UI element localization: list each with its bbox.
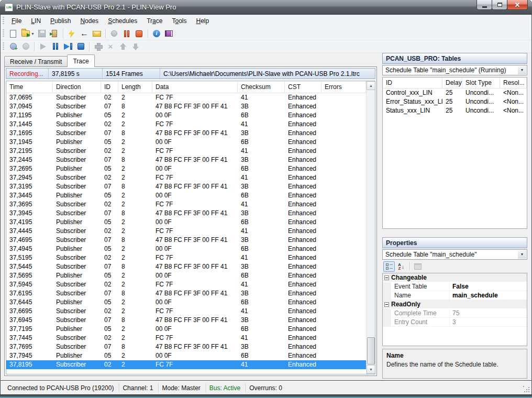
trace-row[interactable]: 37,8195Subscriber022FC 7F41Enhanced <box>6 360 366 369</box>
edit-schedule-button[interactable] <box>19 41 32 52</box>
trace-row[interactable]: 37,3445Publisher05200 0F6BEnhanced <box>6 191 366 200</box>
trace-row[interactable]: 37,7195Publisher05200 0F6BEnhanced <box>6 325 366 334</box>
trace-row[interactable]: 37,5945Subscriber022FC 7F41Enhanced <box>6 280 366 289</box>
schedule-row[interactable]: Control_xxx_LIN25Uncondi...<Non... <box>383 89 527 97</box>
stop-trace-button[interactable] <box>133 28 146 39</box>
trace-row[interactable]: 37,2195Subscriber022FC 7F41Enhanced <box>6 147 366 156</box>
minimize-button[interactable] <box>476 0 492 10</box>
collapse-icon[interactable] <box>384 275 389 280</box>
column-header-slot-type[interactable]: Slot Type <box>462 78 500 88</box>
trace-row[interactable]: 37,3195Subscriber07847 B8 FC FF 3F 00 FF… <box>6 182 366 191</box>
property-row[interactable]: Event TableFalse <box>383 282 527 291</box>
trace-row[interactable]: 37,6195Subscriber07847 B8 FC FF 3F 00 FF… <box>6 289 366 298</box>
collapse-icon[interactable] <box>384 302 389 307</box>
connect-button[interactable] <box>48 28 61 39</box>
schedule-row[interactable]: Status_xxx_LIN25Uncondi...<Non... <box>383 106 527 115</box>
menu-file[interactable]: File <box>7 16 26 26</box>
trace-row[interactable]: 37,5195Subscriber022FC 7F41Enhanced <box>6 253 366 262</box>
add-entry-button[interactable] <box>92 41 104 52</box>
record-button[interactable] <box>108 28 120 39</box>
trace-scrollbar[interactable]: ▲ ▼ <box>366 81 375 374</box>
menu-tools[interactable]: Tools <box>167 16 191 26</box>
column-header-time[interactable]: Time <box>6 81 53 93</box>
trace-row[interactable]: 37,0695Subscriber022FC 7F41Enhanced <box>6 93 366 102</box>
column-header-direction[interactable]: Direction <box>53 81 101 93</box>
alphabetical-sort-button[interactable]: AZ↓ <box>395 261 407 272</box>
chevron-down-icon[interactable]: ▼ <box>518 250 526 259</box>
title-bar[interactable]: LIN PLIN-Slave with PCAN-USB Pro 2.1 - P… <box>0 0 532 15</box>
open-project-button[interactable] <box>19 28 32 39</box>
trace-row[interactable]: 37,2695Publisher05200 0F6BEnhanced <box>6 164 366 173</box>
trace-row[interactable]: 37,5695Publisher05200 0F6BEnhanced <box>6 271 366 280</box>
new-file-button[interactable] <box>7 28 19 39</box>
step-schedule-button[interactable] <box>62 41 74 52</box>
trace-row[interactable]: 37,2945Subscriber022FC 7F41Enhanced <box>6 173 366 182</box>
menu-schedules[interactable]: Schedules <box>103 16 142 26</box>
schedule-table-dropdown[interactable]: Schedule Table "main_schedule" (Running)… <box>382 65 527 75</box>
tab-receive-transmit[interactable]: Receive / Transmit <box>4 56 68 67</box>
trace-row[interactable]: 37,1945Publisher05200 0F6BEnhanced <box>6 138 366 147</box>
trace-row[interactable]: 37,6445Publisher05200 0F6BEnhanced <box>6 298 366 307</box>
property-value[interactable]: main_schedule <box>450 291 527 300</box>
property-value[interactable]: False <box>450 282 527 291</box>
pause-schedule-button[interactable] <box>49 41 62 52</box>
schedule-row[interactable]: Error_Status_xxx_LIN25Uncondi...<Non... <box>383 97 527 106</box>
trace-row[interactable]: 37,1195Publisher05200 0F6BEnhanced <box>6 111 366 120</box>
column-header-checksum[interactable]: Checksum <box>238 81 285 93</box>
resize-grip[interactable] <box>523 386 530 393</box>
menubar-grip[interactable] <box>2 17 5 25</box>
property-row[interactable]: Complete Time75 <box>383 309 527 318</box>
property-category-readonly[interactable]: ReadOnly <box>383 300 527 309</box>
trace-row[interactable]: 37,5445Subscriber07847 B8 FC FF 3F 00 FF… <box>6 262 366 271</box>
reset-button[interactable]: ← <box>78 28 91 39</box>
property-row[interactable]: Namemain_schedule <box>383 291 527 300</box>
categorized-button[interactable] <box>383 261 395 272</box>
trace-row[interactable]: 37,7695Subscriber07847 B8 FC FF 3F 00 FF… <box>6 342 366 351</box>
chevron-down-icon[interactable]: ▼ <box>518 66 526 74</box>
trace-row[interactable]: 37,7445Subscriber022FC 7F41Enhanced <box>6 334 366 342</box>
property-category-changeable[interactable]: Changeable <box>383 273 527 282</box>
open-trace-button[interactable] <box>91 28 103 39</box>
trace-row[interactable]: 37,4945Publisher05200 0F6BEnhanced <box>6 245 366 253</box>
column-header-resolver[interactable]: Resol... <box>500 78 527 88</box>
trace-row[interactable]: 37,4195Publisher05200 0F6BEnhanced <box>6 218 366 227</box>
help-button[interactable] <box>163 28 175 39</box>
column-header-delay[interactable]: Delay <box>442 78 462 88</box>
info-button[interactable]: i <box>150 28 163 39</box>
menu-publish[interactable]: Publish <box>46 16 75 26</box>
trace-row[interactable]: 37,2445Subscriber07847 B8 FC FF 3F 00 FF… <box>6 156 366 164</box>
trace-row[interactable]: 37,0945Subscriber07847 B8 FC FF 3F 00 FF… <box>6 102 366 111</box>
trace-row[interactable]: 37,6945Subscriber07847 B8 FC FF 3F 00 FF… <box>6 316 366 325</box>
menu-nodes[interactable]: Nodes <box>75 16 103 26</box>
column-header-id[interactable]: ID <box>101 81 118 93</box>
toolbar1-grip[interactable] <box>2 29 5 38</box>
scrollbar-thumb[interactable] <box>367 337 375 364</box>
move-up-button[interactable] <box>117 41 129 52</box>
close-button[interactable]: ✕ <box>507 0 528 10</box>
maximize-button[interactable] <box>492 0 507 10</box>
delete-entry-button[interactable]: × <box>104 41 117 52</box>
trace-row[interactable]: 37,4695Subscriber07847 B8 FC FF 3F 00 FF… <box>6 236 366 245</box>
tab-trace[interactable]: Trace <box>67 54 94 67</box>
move-down-button[interactable] <box>129 41 142 52</box>
trace-row[interactable]: 37,6695Subscriber022FC 7F41Enhanced <box>6 307 366 316</box>
hardware-reset-button[interactable] <box>65 28 78 39</box>
menu-help[interactable]: Help <box>191 16 214 26</box>
trace-row[interactable]: 37,4445Subscriber022FC 7F41Enhanced <box>6 227 366 236</box>
menu-trace[interactable]: Trace <box>142 16 167 26</box>
trace-row[interactable]: 37,7945Publisher05200 0F6BEnhanced <box>6 351 366 360</box>
property-pages-button[interactable] <box>412 261 424 272</box>
stop-schedule-button[interactable] <box>74 41 87 52</box>
property-row[interactable]: Entry Count3 <box>383 318 527 327</box>
column-header-data[interactable]: Data <box>152 81 238 93</box>
properties-object-dropdown[interactable]: Schedule Table "main_schedule" ▼ <box>382 249 527 260</box>
trace-row[interactable]: 37,3695Subscriber022FC 7F41Enhanced <box>6 200 366 209</box>
trace-row[interactable]: 37,1695Subscriber07847 B8 FC FF 3F 00 FF… <box>6 129 366 138</box>
trace-row[interactable]: 37,3945Subscriber07847 B8 FC FF 3F 00 FF… <box>6 209 366 218</box>
save-button[interactable] <box>36 28 48 39</box>
column-header-cst[interactable]: CST <box>285 81 322 93</box>
column-header-id[interactable]: ID <box>383 78 442 88</box>
add-schedule-button[interactable]: + <box>7 41 19 52</box>
column-header-length[interactable]: Length <box>118 81 152 93</box>
scroll-down-icon[interactable]: ▼ <box>367 365 375 374</box>
